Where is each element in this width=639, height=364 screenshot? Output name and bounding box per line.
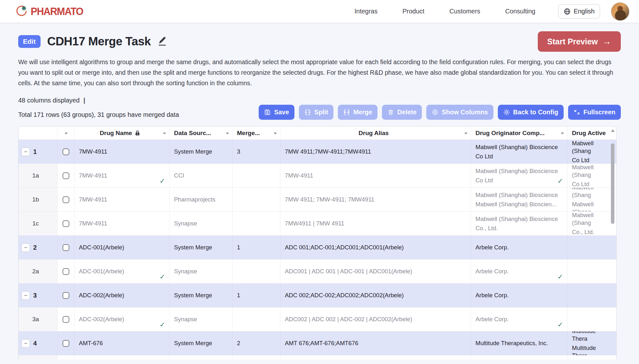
back-to-config-button[interactable]: Back to Config [498, 105, 564, 120]
merge-count-cell[interactable]: 1 [232, 284, 280, 307]
drug-name-cell[interactable]: ADC-001(Arbele) [74, 236, 170, 259]
data-source-cell[interactable]: System Merge [170, 331, 232, 355]
nav-item-consulting[interactable]: Consulting [505, 8, 536, 15]
collapse-group-button[interactable]: − [21, 148, 30, 156]
save-button[interactable]: Save [259, 105, 294, 120]
rename-task-pencil-icon[interactable] [156, 36, 167, 47]
merge-count-cell[interactable] [232, 212, 280, 235]
drug-name-cell[interactable]: 7MW-4911 [74, 140, 170, 163]
drug-active-cell[interactable] [567, 307, 616, 331]
show-columns-button[interactable]: Show Columns [426, 105, 493, 120]
drug-alias-cell[interactable]: 7MW4911 | 7MW 4911 [280, 212, 471, 235]
drug-alias-cell[interactable]: ADC 002;ADC-002;ADC002;ADC002(Arbele) [280, 284, 471, 307]
originator-cell[interactable]: Mabwell (Shanghai) BioscienceCo., Ltd. [471, 212, 567, 235]
drug-active-cell[interactable] [567, 284, 616, 307]
originator-cell[interactable]: Arbele Corp.✓ [471, 260, 567, 283]
drug-active-cell[interactable]: Mabwell (ShangCo., Ltd. [567, 212, 616, 235]
originator-cell[interactable]: Mabwell (Shanghai) BioscienceCo Ltd [471, 140, 567, 163]
originator-cell[interactable]: Arbele Corp. [471, 284, 567, 307]
drug-name-cell[interactable]: ADC-001(Arbele)✓ [74, 260, 170, 283]
nav-item-customers[interactable]: Customers [449, 8, 480, 15]
brand-logo[interactable]: PHARMATO [14, 4, 83, 19]
header-originator[interactable]: Drug Originator Comp... [471, 126, 567, 140]
row-checkbox[interactable] [63, 148, 69, 155]
language-selector-button[interactable]: English [558, 4, 600, 19]
collapse-group-button[interactable]: − [21, 339, 30, 348]
data-source-cell[interactable]: Synapse [170, 260, 232, 283]
merge-count-cell[interactable]: 1 [232, 236, 280, 259]
merge-count-cell[interactable] [232, 307, 280, 331]
merge-count-sort-caret-icon[interactable] [274, 133, 277, 134]
scrollbar-thumb[interactable] [611, 143, 614, 224]
drug-alias-cell[interactable]: ADC001 | ADC 001 | ADC-001 | ADC001(Arbe… [280, 260, 471, 283]
select-cell [57, 212, 74, 235]
drug-name-sort-caret-icon[interactable] [163, 133, 166, 134]
data-source-cell[interactable]: System Merge [170, 140, 232, 163]
drug-name-cell[interactable]: ADC-002(Arbele)✓ [74, 307, 170, 331]
data-source-cell[interactable]: Synapse [170, 212, 232, 235]
drug-alias-cell[interactable]: 7MW-4911 [280, 164, 471, 187]
data-source-cell[interactable]: System Merge [170, 284, 232, 307]
delete-button[interactable]: Delete [382, 105, 422, 120]
drug-alias-cell[interactable]: 7MW 4911;7MW-4911;7MW4911 [280, 140, 471, 163]
select-column-caret-icon[interactable] [65, 133, 68, 134]
fullscreen-button[interactable]: Fullscreen [568, 105, 621, 120]
nav-item-integras[interactable]: Integras [354, 8, 377, 15]
row-checkbox[interactable] [63, 268, 69, 275]
row-checkbox[interactable] [63, 196, 69, 203]
originator-cell[interactable]: Arbele Corp.✓ [471, 307, 567, 331]
drug-active-cell[interactable] [567, 236, 616, 259]
collapse-group-button[interactable]: − [21, 291, 30, 300]
data-source-cell[interactable]: Synapse [170, 307, 232, 331]
header-merge-count[interactable]: Merge... [232, 126, 280, 140]
originator-sort-caret-icon[interactable] [561, 133, 564, 134]
drug-alias-cell[interactable]: AMT 676;AMT-676;AMT676 [280, 331, 471, 355]
merge-button[interactable]: Merge [338, 105, 377, 120]
merge-count-cell[interactable]: 3 [232, 140, 280, 163]
merge-count-value: 1 [237, 292, 240, 299]
originator-cell[interactable]: Mabwell (Shanghai) BioscienceMabwell (Sh… [471, 188, 567, 211]
header-drug-name[interactable]: Drug Name [74, 126, 170, 140]
merge-count-cell[interactable] [232, 260, 280, 283]
drug-alias-cell[interactable]: ADC 001;ADC-001;ADC001;ADC001(Arbele) [280, 236, 471, 259]
row-checkbox[interactable] [63, 172, 69, 179]
row-checkbox[interactable] [63, 220, 69, 227]
header-drug-alias[interactable]: Drug Alias [280, 126, 471, 140]
originator-cell[interactable]: Mabwell (Shanghai) BioscienceCo Ltd✓ [471, 164, 567, 187]
split-button[interactable]: Split [299, 105, 333, 120]
data-source-sort-caret-icon[interactable] [226, 133, 229, 134]
row-checkbox[interactable] [63, 316, 69, 323]
drug-name-cell[interactable]: AMT-676 [74, 331, 170, 355]
merge-count-cell[interactable] [232, 188, 280, 211]
drug-active-cell[interactable]: Mabwell (ShangCo Ltd [567, 164, 616, 187]
originator-cell[interactable]: Arbele Corp. [471, 236, 567, 259]
header-drug-active[interactable]: Drug Active [567, 126, 616, 140]
data-source-cell[interactable]: CCI [170, 164, 232, 187]
drug-name-cell[interactable]: 7MW-4911✓ [74, 164, 170, 187]
drug-alias-cell[interactable]: ADC002 | ADC 002 | ADC-002 | ADC002(Arbe… [280, 307, 471, 331]
drug-alias-sort-caret-icon[interactable] [464, 133, 468, 134]
start-preview-button[interactable]: Start Preview → [538, 31, 621, 52]
row-checkbox[interactable] [63, 292, 69, 299]
scroll-up-arrow-icon[interactable] [611, 129, 615, 132]
drug-active-cell[interactable] [567, 260, 616, 283]
merge-count-cell[interactable]: 2 [232, 331, 280, 355]
header-data-source[interactable]: Data Sourc... [170, 126, 232, 140]
drug-name-cell[interactable]: ADC-002(Arbele) [74, 284, 170, 307]
row-checkbox[interactable] [63, 244, 69, 251]
drug-name-cell[interactable]: 7MW-4911 [74, 188, 170, 211]
merge-count-cell[interactable] [232, 164, 280, 187]
row-checkbox[interactable] [63, 340, 69, 347]
drug-alias-cell[interactable]: 7MW 4911; 7MW-4911; 7MW4911 [280, 188, 471, 211]
user-avatar[interactable] [611, 2, 629, 21]
originator-cell[interactable]: Multitude Therapeutics, Inc. [471, 331, 567, 355]
drug-active-cell[interactable]: Mabwell (ShangMabwell (Shang [567, 188, 616, 211]
drug-active-cell[interactable]: Multitude TheraMultitude Thera [567, 331, 616, 355]
data-source-cell[interactable]: Pharmaprojects [170, 188, 232, 211]
collapse-group-button[interactable]: − [21, 243, 30, 252]
nav-item-product[interactable]: Product [402, 8, 424, 15]
drug-name-cell[interactable]: 7MW-4911 [74, 212, 170, 235]
vertical-scrollbar [611, 128, 615, 360]
drug-active-cell[interactable]: Mabwell (ShangCo Ltd [567, 140, 616, 163]
data-source-cell[interactable]: System Merge [170, 236, 232, 259]
